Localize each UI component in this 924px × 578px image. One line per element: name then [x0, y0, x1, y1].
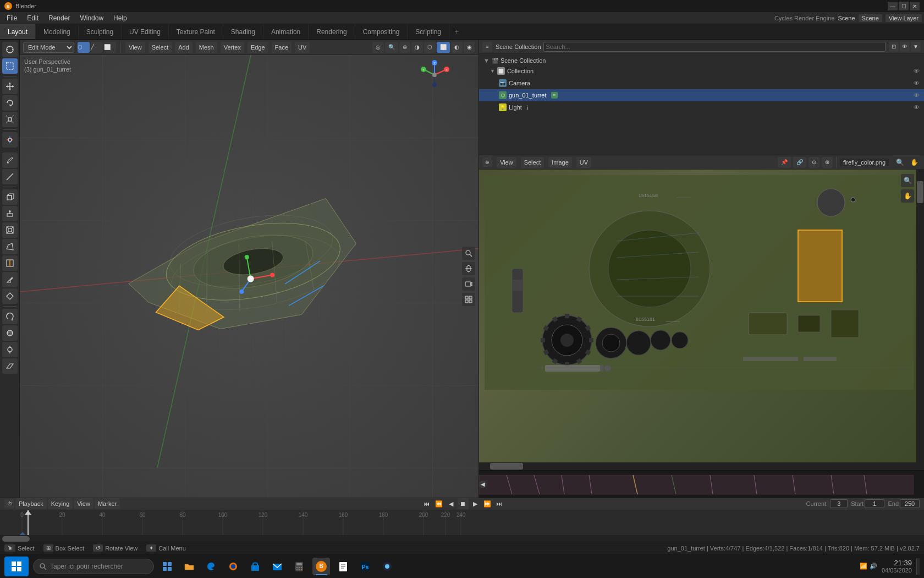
edge-browser-button[interactable] — [202, 558, 220, 575]
xray-button[interactable]: ◑ — [411, 42, 423, 53]
timeline-keying-button[interactable]: Keying — [48, 498, 73, 509]
steam-button[interactable] — [378, 558, 396, 575]
notepad-button[interactable] — [334, 558, 352, 575]
tab-animation[interactable]: Animation — [263, 24, 309, 39]
select-button[interactable]: Select — [148, 42, 172, 53]
filter-more-button[interactable]: ▼ — [911, 42, 921, 52]
end-frame-input[interactable]: 250 — [900, 499, 920, 508]
uv-overlay-button[interactable]: ⊛ — [822, 157, 833, 168]
menu-window[interactable]: Window — [75, 13, 108, 23]
uv-proportional-button[interactable]: ⊙ — [809, 157, 820, 168]
tab-rendering[interactable]: Rendering — [309, 24, 355, 39]
camera-view-button[interactable] — [462, 277, 475, 291]
tab-compositing[interactable]: Compositing — [355, 24, 408, 39]
select-box-tool-button[interactable] — [2, 58, 18, 74]
vertex-button[interactable]: Vertex — [221, 42, 244, 53]
store-button[interactable] — [246, 558, 264, 575]
taskview-button[interactable] — [158, 558, 176, 575]
uv-strip-nav-left[interactable]: ◀ — [479, 481, 487, 488]
render-button[interactable]: ◉ — [464, 42, 475, 53]
timeline-ruler-area[interactable]: 0 20 40 60 80 100 120 140 160 180 200 22… — [0, 510, 924, 535]
bevel-button[interactable] — [2, 239, 18, 254]
timeline-view-button[interactable]: View — [74, 498, 94, 509]
tab-modeling[interactable]: Modeling — [36, 24, 79, 39]
filter-objects-button[interactable]: ⊡ — [889, 42, 899, 52]
tab-texture-paint[interactable]: Texture Paint — [169, 24, 223, 39]
outliner-search-input[interactable] — [543, 42, 886, 52]
tab-sculpting[interactable]: Sculpting — [79, 24, 122, 39]
add-button[interactable]: Add — [175, 42, 193, 53]
solid-button[interactable]: ⬜ — [437, 42, 450, 53]
jump-to-end-button[interactable]: ⏭ — [494, 498, 505, 509]
knife-button[interactable] — [2, 272, 18, 287]
show-desktop-button[interactable] — [916, 558, 920, 575]
uv-zoom-fit-button[interactable]: 🔍 — [901, 174, 914, 187]
menu-edit[interactable]: Edit — [23, 13, 43, 23]
poly-build-button[interactable] — [2, 288, 18, 304]
close-button[interactable]: ✕ — [910, 2, 920, 10]
inset-button[interactable] — [2, 222, 18, 238]
windows-start-button[interactable] — [4, 557, 29, 576]
spin-tool-button[interactable] — [2, 309, 18, 324]
filter-visibility-button[interactable]: 👁 — [900, 42, 910, 52]
windows-search-bar[interactable]: Taper ici pour rechercher — [33, 559, 154, 574]
timeline-playback-button[interactable]: Playback — [15, 498, 47, 509]
photoshop-button[interactable]: Ps — [356, 558, 374, 575]
viewport-3d[interactable]: User Perspective (3) gun_01_turret Z X — [20, 55, 479, 498]
uv-zoom-button[interactable]: 🔍 — [893, 156, 906, 169]
mode-select[interactable]: Edit Mode Object Mode — [23, 42, 74, 53]
add-cube-button[interactable] — [2, 189, 18, 205]
current-frame-input[interactable]: 3 — [830, 499, 848, 508]
tab-uv-editing[interactable]: UV Editing — [122, 24, 169, 39]
system-clock[interactable]: 21:39 04/05/2020 — [882, 559, 912, 574]
prev-keyframe-button[interactable]: ⏪ — [433, 498, 444, 509]
smooth-button[interactable] — [2, 325, 18, 341]
outliner-item-camera[interactable]: 📷 Camera 👁 — [479, 77, 924, 89]
wireframe-button[interactable]: ⬡ — [424, 42, 436, 53]
shear-button[interactable] — [2, 358, 18, 374]
play-button[interactable]: ▶ — [470, 498, 481, 509]
menu-file[interactable]: File — [2, 13, 21, 23]
firefox-button[interactable] — [224, 558, 242, 575]
tab-shading[interactable]: Shading — [223, 24, 263, 39]
gizmo[interactable]: Z X Y — [418, 58, 451, 91]
uv-button[interactable]: UV — [295, 42, 310, 53]
menu-render[interactable]: Render — [44, 13, 74, 23]
edge-select-button[interactable]: ╱ — [91, 42, 103, 53]
play-reverse-button[interactable]: ◀ — [446, 498, 457, 509]
transform-tool-button[interactable] — [2, 132, 18, 148]
uv-pan-button[interactable]: ✋ — [908, 156, 921, 169]
uv-uv-button[interactable]: UV — [576, 157, 591, 168]
uv-image-button[interactable]: Image — [548, 157, 572, 168]
stop-button[interactable]: ⏹ — [458, 498, 469, 509]
pan-button[interactable] — [462, 262, 475, 275]
uv-view-button[interactable]: View — [497, 157, 516, 168]
snap-button[interactable]: 🔍 — [385, 42, 398, 53]
move-tool-button[interactable] — [2, 79, 18, 94]
material-preview-button[interactable]: ◐ — [451, 42, 463, 53]
uv-pin-button[interactable]: 📌 — [778, 157, 791, 168]
uv-snap-button[interactable]: 🔗 — [793, 157, 806, 168]
add-workspace-button[interactable]: + — [449, 24, 464, 39]
annotate-tool-button[interactable] — [2, 152, 18, 168]
uv-hand-button[interactable]: ✋ — [901, 189, 914, 203]
zoom-to-fit-button[interactable] — [462, 247, 475, 260]
shrink-fatten-button[interactable] — [2, 342, 18, 357]
extrude-button[interactable] — [2, 206, 18, 221]
maximize-button[interactable]: ☐ — [899, 2, 909, 10]
proportional-button[interactable]: ◎ — [372, 42, 384, 53]
uv-select-button[interactable]: Select — [521, 157, 544, 168]
start-frame-input[interactable]: 1 — [865, 499, 884, 508]
mesh-button[interactable]: Mesh — [196, 42, 217, 53]
scale-tool-button[interactable] — [2, 112, 18, 127]
overlay-button[interactable]: ⊛ — [399, 42, 410, 53]
calculator-button[interactable] — [290, 558, 308, 575]
blender-taskbar-button[interactable]: B — [312, 558, 330, 575]
timeline-scrollbar[interactable] — [0, 535, 924, 542]
view-button[interactable]: View — [125, 42, 145, 53]
vert-select-button[interactable]: ⬡ — [78, 42, 90, 53]
tab-layout[interactable]: Layout — [0, 24, 36, 39]
file-explorer-button[interactable] — [180, 558, 198, 575]
tab-scripting[interactable]: Scripting — [408, 24, 449, 39]
outliner-item-turret[interactable]: ⬡ gun_01_turret ✏ 👁 — [479, 89, 924, 101]
